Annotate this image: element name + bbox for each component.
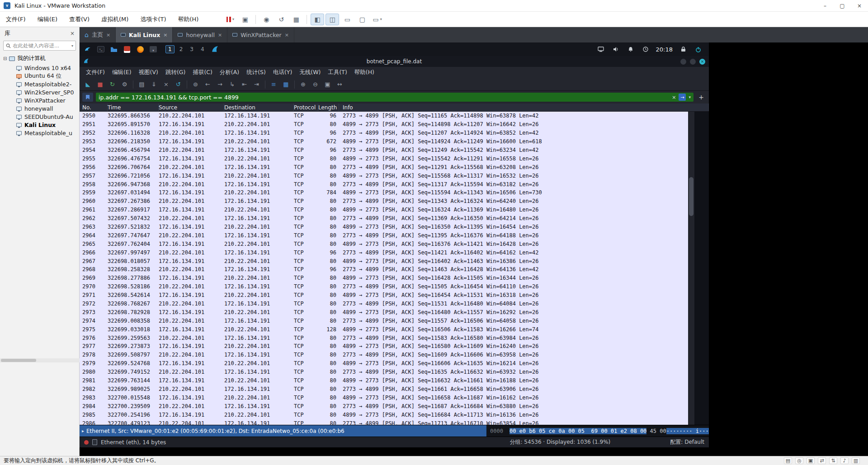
window-maximize-button[interactable]: ▢ — [834, 0, 851, 11]
display-filter-input[interactable]: ip.addr == 172.16.134.191 && tcp.port ==… — [96, 93, 693, 102]
packet-row[interactable]: 2953322696.218350172.16.134.191210.22.20… — [80, 137, 688, 146]
hdd-icon[interactable]: ▤ — [784, 457, 792, 464]
restart-capture-icon[interactable]: ↻ — [107, 80, 118, 89]
browser-icon[interactable] — [136, 45, 145, 54]
sidebar-hscrollbar[interactable] — [0, 358, 80, 362]
packet-row[interactable]: 2972322698.768267210.22.204.101172.16.13… — [80, 300, 688, 308]
expert-info-icon[interactable] — [84, 440, 89, 445]
packet-list-scrollbar[interactable] — [688, 112, 694, 425]
snapshot-manager-button[interactable]: ▦ — [289, 14, 303, 25]
usb-icon[interactable]: ⇅ — [829, 457, 837, 464]
snapshot-take-button[interactable]: ◉ — [259, 14, 273, 25]
zoom-out-icon[interactable]: ⊖ — [310, 80, 321, 89]
vm-settings-button[interactable]: ▣ — [238, 14, 252, 25]
workspace-1[interactable]: 1 — [165, 45, 175, 53]
packet-row[interactable]: 2980322699.749152210.22.204.101172.16.13… — [80, 368, 688, 376]
lock-icon[interactable] — [679, 45, 688, 54]
sidebar-vm-item[interactable]: Win2kServer_SP0 — [0, 88, 79, 96]
start-capture-icon[interactable]: ◣ — [82, 80, 94, 89]
sidebar-vm-item[interactable]: WinXPattacker — [0, 96, 79, 104]
wireshark-task-icon[interactable] — [211, 45, 220, 54]
column-header-source[interactable]: Source — [159, 103, 224, 111]
filter-clear-icon[interactable]: × — [672, 94, 676, 100]
status-profile[interactable]: 配置: Default — [670, 438, 704, 446]
packet-row[interactable]: 2971322698.542614172.16.134.191210.22.20… — [80, 291, 688, 300]
packet-row[interactable]: 2955322696.476754172.16.134.191210.22.20… — [80, 154, 688, 163]
sidebar-vm-item[interactable]: Metasploitable_u — [0, 129, 79, 137]
packet-row[interactable]: 2984322700.239509210.22.204.101172.16.13… — [80, 402, 688, 410]
show-thumbnails-button[interactable]: ◫ — [326, 14, 339, 25]
sidebar-vm-item[interactable]: Metasploitable2- — [0, 80, 79, 88]
tree-expander-icon[interactable]: ⊟ — [3, 56, 7, 61]
packet-row[interactable]: 2975322699.033018172.16.134.191210.22.20… — [80, 325, 688, 333]
packet-row[interactable]: 2964322697.747647210.22.204.101172.16.13… — [80, 231, 688, 240]
packet-row[interactable]: 2950322695.866356210.22.204.101172.16.13… — [80, 112, 688, 120]
packet-row[interactable]: 2954322696.456794210.22.204.101172.16.13… — [80, 146, 688, 155]
save-file-icon[interactable]: ⇓ — [148, 80, 160, 89]
packet-row[interactable]: 2959322697.031494172.16.134.191210.22.20… — [80, 188, 688, 197]
fullscreen-button[interactable]: ▢ — [355, 14, 369, 25]
terminal-icon[interactable]: ›_ — [96, 45, 105, 54]
console-view-button[interactable]: ▭ — [340, 14, 354, 25]
filter-add-button[interactable]: + — [696, 94, 706, 101]
wireshark-menu-item[interactable]: 电话(Y) — [269, 69, 296, 76]
vmware-menu-item[interactable]: 查看(V) — [63, 12, 95, 27]
screenshot-tool-icon[interactable]: ▾ — [149, 45, 158, 54]
capture-file-icon[interactable] — [92, 439, 97, 445]
floppy-icon[interactable]: ▣ — [807, 457, 815, 464]
wireshark-menu-item[interactable]: 编辑(E) — [108, 69, 135, 76]
packet-row[interactable]: 2967322698.018057172.16.134.191210.22.20… — [80, 257, 688, 265]
packet-row[interactable]: 2952322696.116328210.22.204.101172.16.13… — [80, 129, 688, 137]
vmware-menu-item[interactable]: 选项卡(T) — [134, 12, 172, 27]
kali-menu-icon[interactable] — [83, 45, 92, 54]
window-minimize-button[interactable]: – — [816, 0, 834, 11]
column-header-no[interactable]: No. — [80, 103, 108, 111]
packet-row[interactable]: 2969322698.277886172.16.134.191210.22.20… — [80, 274, 688, 282]
packet-detail-row[interactable]: ▸ Ethernet II, Src: VMware_00:01:e2 (00:… — [80, 425, 486, 437]
vmware-menu-item[interactable]: 编辑(E) — [32, 12, 63, 27]
packet-row[interactable]: 2951322695.891570172.16.134.191210.22.20… — [80, 120, 688, 129]
wireshark-maximize-button[interactable] — [690, 59, 696, 65]
expand-arrow-icon[interactable]: ▸ — [82, 428, 84, 433]
display-icon[interactable] — [596, 45, 605, 54]
wireshark-menu-item[interactable]: 跳转(G) — [162, 69, 189, 76]
wireshark-menu-item[interactable]: 统计(S) — [243, 69, 269, 76]
packet-row[interactable]: 2962322697.507432210.22.204.101172.16.13… — [80, 214, 688, 223]
packet-row[interactable]: 2963322697.521832172.16.134.191210.22.20… — [80, 223, 688, 231]
workspace-4[interactable]: 4 — [198, 46, 207, 53]
wireshark-menu-item[interactable]: 捕获(C) — [189, 69, 216, 76]
zoom-in-icon[interactable]: ⊕ — [297, 80, 309, 89]
packet-row[interactable]: 2960322697.267386210.22.204.101172.16.13… — [80, 197, 688, 206]
column-header-info[interactable]: Info — [339, 103, 709, 111]
packet-row[interactable]: 2986322700.479123210.22.204.101172.16.13… — [80, 419, 688, 425]
column-header-length[interactable]: Length — [318, 103, 339, 111]
tab-WinXPattacker[interactable]: WinXPattacker× — [227, 27, 294, 42]
wireshark-menu-item[interactable]: 无线(W) — [296, 69, 324, 76]
packet-row[interactable]: 2957322696.721056172.16.134.191210.22.20… — [80, 171, 688, 180]
unity-button[interactable]: ▭▾ — [370, 14, 384, 25]
go-forward-icon[interactable]: → — [214, 80, 226, 89]
packet-row[interactable]: 2983322700.015548172.16.134.191210.22.20… — [80, 393, 688, 402]
packet-row[interactable]: 2981322699.763144172.16.134.191210.22.20… — [80, 376, 688, 385]
go-last-icon[interactable]: ⇥ — [251, 80, 262, 89]
window-close-button[interactable]: × — [851, 0, 868, 11]
workspace-2[interactable]: 2 — [177, 46, 185, 53]
zoom-100-icon[interactable]: ▣ — [322, 80, 333, 89]
library-close-icon[interactable]: × — [70, 30, 75, 37]
tab-close-icon[interactable]: × — [285, 32, 289, 38]
tab-Kali Linux[interactable]: Kali Linux× — [116, 27, 173, 42]
filter-apply-icon[interactable]: → — [679, 94, 686, 101]
sidebar-vm-item[interactable]: Kali Linux — [0, 121, 79, 129]
snapshot-revert-button[interactable]: ↺ — [274, 14, 288, 25]
colorize-icon[interactable]: ▦ — [280, 80, 292, 89]
go-back-icon[interactable]: ← — [202, 80, 213, 89]
vmware-menu-item[interactable]: 虚拟机(M) — [95, 12, 134, 27]
text-editor-icon[interactable] — [123, 45, 132, 54]
column-header-protocol[interactable]: Protocol — [294, 103, 318, 111]
packet-row[interactable]: 2973322698.782928172.16.134.191210.22.20… — [80, 308, 688, 316]
packet-row[interactable]: 2966322697.997497210.22.204.101172.16.13… — [80, 248, 688, 257]
vmware-menu-item[interactable]: 文件(F) — [0, 12, 32, 27]
open-file-icon[interactable]: ▤ — [136, 80, 147, 89]
packet-row[interactable]: 2977322699.273873172.16.134.191210.22.20… — [80, 342, 688, 351]
packet-row[interactable]: 2968322698.258328210.22.204.101172.16.13… — [80, 265, 688, 274]
